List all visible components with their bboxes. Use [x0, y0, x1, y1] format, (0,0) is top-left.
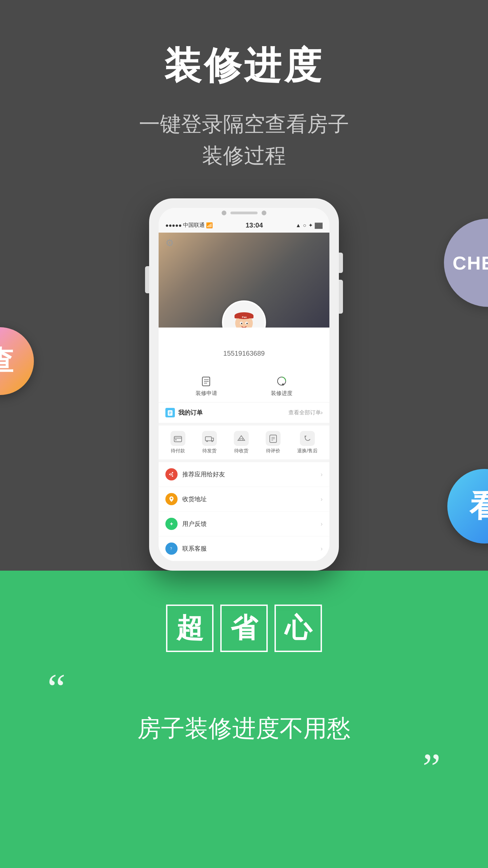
bluetooth-icon: ✦ [308, 222, 313, 229]
order-section-header: 我的订单 查看全部订单 › [159, 402, 329, 426]
contact-icon: ? [165, 542, 178, 555]
kan-text: 看 [469, 486, 488, 527]
apply-label: 装修申请 [196, 390, 217, 397]
menu-item-recommend[interactable]: 推荐应用给好友 › [159, 462, 329, 487]
slogan-char-3: 心 [274, 605, 322, 652]
recommend-icon [165, 468, 178, 480]
progress-label: 装修进度 [271, 390, 292, 397]
speaker [230, 212, 258, 214]
svg-rect-25 [240, 439, 243, 440]
quote-content: 房子装修进度不用愁 [47, 712, 441, 745]
menu-left-recommend: 推荐应用给好友 [165, 468, 225, 480]
phone-area: CHECK 查 看 [0, 198, 488, 571]
avatar: Fan [222, 300, 266, 328]
chevron-right-icon: › [321, 545, 323, 552]
power-button [339, 253, 343, 273]
quote-close: ” [47, 752, 441, 784]
menu-item-contact[interactable]: ? 联系客服 › [159, 536, 329, 561]
action-icons-row: 装修申请 装修进度 [159, 371, 329, 402]
status-pending-payment[interactable]: 待付款 [170, 431, 185, 454]
hero-image: ⚙ [159, 233, 329, 328]
volume-button-right [339, 280, 343, 314]
phone-mockup: ●●●●● 中国联通 📶 13:04 ▲ ○ ✦ ▓▓ ⚙ [149, 198, 339, 571]
main-title: 装修进度 [0, 41, 488, 91]
volume-button-left [145, 266, 149, 293]
svg-point-33 [172, 475, 173, 477]
address-icon [165, 493, 178, 505]
chevron-right-icon: › [321, 520, 323, 528]
order-title-row: 我的订单 [165, 408, 203, 417]
status-time: 13:04 [246, 221, 263, 229]
menu-left-contact: ? 联系客服 [165, 542, 207, 555]
front-camera [222, 211, 226, 215]
carrier-name: 中国联通 [183, 222, 205, 229]
quote-open: “ [47, 672, 441, 705]
svg-point-35 [171, 498, 172, 499]
chevron-right-icon: › [321, 471, 323, 478]
top-section: 装修进度 一键登录隔空查看房子 装修过程 CHECK 查 看 [0, 0, 488, 571]
check-text: CHECK [452, 252, 488, 274]
pending-review-icon [266, 431, 281, 446]
phone-screen: ●●●●● 中国联通 📶 13:04 ▲ ○ ✦ ▓▓ ⚙ [159, 208, 329, 561]
slogan-box: 超 省 心 [27, 605, 461, 652]
quote-section: “ 房子装修进度不用愁 ” [27, 672, 461, 784]
avatar-container: Fan [222, 300, 266, 328]
order-icon [165, 408, 175, 417]
chevron-right-icon: › [321, 496, 323, 503]
menu-left-feedback: 用户反馈 [165, 518, 207, 530]
svg-text:?: ? [170, 547, 172, 551]
proximity-sensor [262, 211, 266, 215]
svg-point-34 [169, 474, 170, 475]
kan-bubble: 看 [447, 469, 488, 544]
status-return[interactable]: 退换/售后 [297, 431, 318, 454]
avatar-svg: Fan [227, 305, 261, 328]
pending-receive-icon [234, 431, 249, 446]
menu-item-address[interactable]: 收货地址 › [159, 487, 329, 512]
profile-section: 15519163689 [159, 328, 329, 371]
status-bar: ●●●●● 中国联通 📶 13:04 ▲ ○ ✦ ▓▓ [159, 218, 329, 233]
action-renovation-apply[interactable]: 装修申请 [196, 374, 217, 397]
status-right: ▲ ○ ✦ ▓▓ [296, 222, 323, 229]
bottom-section: 超 省 心 “ 房子装修进度不用愁 ” [0, 571, 488, 868]
status-pending-review[interactable]: 待评价 [266, 431, 281, 454]
svg-text:Fan: Fan [242, 316, 247, 319]
status-pending-receive[interactable]: 待收货 [234, 431, 249, 454]
status-left: ●●●●● 中国联通 📶 [165, 222, 213, 229]
order-title: 我的订单 [178, 409, 203, 417]
action-renovation-progress[interactable]: 装修进度 [271, 374, 292, 397]
sub-title: 一键登录隔空查看房子 装修过程 [0, 108, 488, 171]
cha-text: 查 [0, 343, 14, 379]
order-statuses: 待付款 待发货 [159, 426, 329, 462]
menu-item-feedback[interactable]: 用户反馈 › [159, 512, 329, 536]
svg-point-23 [206, 440, 208, 442]
slogan-char-1: 超 [166, 605, 214, 652]
slogan-char-2: 省 [220, 605, 268, 652]
check-bubble: CHECK [444, 219, 488, 307]
wifi-icon: 📶 [206, 222, 213, 229]
menu-left-address: 收货地址 [165, 493, 207, 505]
settings-gear-icon[interactable]: ⚙ [165, 237, 174, 249]
battery-icon: ▓▓ [315, 222, 323, 229]
svg-point-6 [241, 323, 242, 324]
svg-marker-30 [305, 436, 307, 438]
pending-payment-icon [170, 431, 185, 446]
return-icon [300, 431, 315, 446]
cha-bubble: 查 [0, 327, 34, 395]
svg-rect-22 [205, 437, 211, 441]
svg-point-32 [172, 472, 173, 473]
renovation-apply-icon [200, 374, 213, 388]
svg-point-14 [282, 383, 284, 386]
phone-top-hardware [159, 208, 329, 218]
pending-ship-icon [202, 431, 217, 446]
status-pending-ship[interactable]: 待发货 [202, 431, 217, 454]
feedback-icon [165, 518, 178, 530]
location-icon: ▲ [296, 222, 301, 229]
svg-rect-19 [174, 436, 182, 442]
signal-dots: ●●●●● [165, 222, 182, 229]
alarm-icon: ○ [303, 222, 306, 229]
view-all-orders[interactable]: 查看全部订单 › [288, 409, 323, 416]
svg-point-7 [246, 323, 248, 324]
phone-number: 15519163689 [159, 350, 329, 357]
renovation-progress-icon [275, 374, 288, 388]
svg-point-21 [175, 439, 177, 440]
